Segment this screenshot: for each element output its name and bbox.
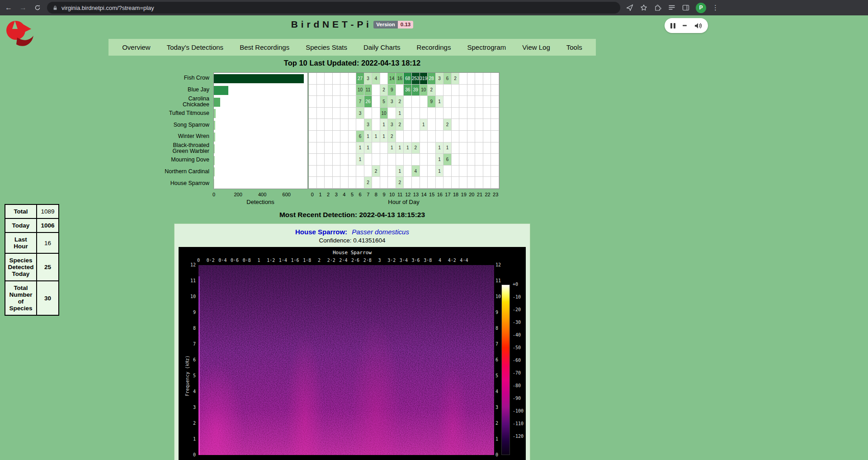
browser-reload-button[interactable] (32, 2, 43, 14)
heatmap-cell (340, 96, 349, 108)
heatmap-cell (317, 73, 325, 85)
heatmap-cell (467, 142, 476, 154)
address-bar[interactable]: virginia.birdnetpi.com/?stream=play (47, 2, 620, 14)
heatmap-cell (491, 96, 499, 108)
stats-value[interactable]: 25 (37, 253, 59, 281)
axis-tick: 23 (493, 192, 498, 197)
heatmap-cell (483, 108, 491, 119)
send-icon[interactable] (626, 4, 634, 12)
bookmark-star-icon[interactable] (640, 4, 648, 12)
time-axis-tick: 2 (318, 258, 321, 263)
freq-axis-tick: 7 (495, 341, 506, 346)
nav-item-today-s-detections[interactable]: Today's Detections (159, 43, 231, 51)
heatmap-cell (491, 177, 499, 189)
time-axis-tick: 2·4 (339, 258, 347, 263)
nav-item-best-recordings[interactable]: Best Recordings (231, 43, 297, 51)
heatmap-cell (491, 108, 499, 119)
stats-value: 1089 (37, 204, 59, 218)
stats-value[interactable]: 1006 (37, 218, 59, 232)
heatmap-cell (483, 142, 491, 154)
heatmap-cell (467, 108, 476, 119)
nav-item-daily-charts[interactable]: Daily Charts (355, 43, 409, 51)
heatmap-cell: 16 (396, 73, 404, 85)
time-axis-tick: 3·6 (412, 258, 420, 263)
species-bar (214, 156, 215, 165)
browser-forward-button[interactable]: → (17, 2, 29, 14)
heatmap-cell: 1 (396, 108, 404, 119)
heatmap-cell (349, 85, 357, 96)
heatmap-cell (491, 154, 499, 166)
heatmap-cell (404, 177, 412, 189)
detection-common-name[interactable]: House Sparrow: (295, 228, 347, 236)
nav-item-overview[interactable]: Overview (114, 43, 159, 51)
heatmap-cell (412, 131, 420, 142)
stats-row: Total1089 (5, 204, 59, 218)
time-axis-tick: 0·2 (207, 258, 215, 263)
species-label: House Sparrow (163, 177, 212, 189)
db-axis-tick: -40 (513, 332, 521, 337)
nav-item-view-log[interactable]: View Log (514, 43, 558, 51)
heatmap-cell (443, 131, 452, 142)
axis-tick: 14 (421, 192, 426, 197)
heatmap-cell (325, 108, 333, 119)
reading-list-icon[interactable] (668, 4, 676, 12)
detection-confidence: Confidence: 0.41351604 (175, 237, 530, 244)
stats-value[interactable]: 30 (37, 281, 59, 315)
heatmap-cell (443, 108, 452, 119)
heatmap-cell (356, 166, 364, 177)
detection-scientific-name[interactable]: Passer domesticus (352, 228, 409, 236)
heatmap-cell (325, 73, 333, 85)
heatmap-cell: 2 (396, 177, 404, 189)
heatmap-cell (372, 85, 380, 96)
species-bar (214, 167, 215, 176)
axis-tick: 2 (327, 192, 330, 197)
nav-item-spectrogram[interactable]: Spectrogram (459, 43, 514, 51)
time-axis-tick: 0·8 (243, 258, 251, 263)
heatmap-cell (333, 142, 341, 154)
nav-item-species-stats[interactable]: Species Stats (297, 43, 355, 51)
heatmap-cell: 1 (396, 166, 404, 177)
extensions-icon[interactable] (654, 4, 662, 12)
browser-menu-button[interactable]: ⋮ (712, 4, 719, 12)
nav-item-recordings[interactable]: Recordings (409, 43, 459, 51)
heatmap-cell: 1 (436, 154, 444, 166)
stats-value: 16 (37, 232, 59, 253)
nav-item-tools[interactable]: Tools (558, 43, 590, 51)
heatmap-cell (443, 166, 452, 177)
heatmap-cell (491, 131, 499, 142)
heatmap-cell: 1 (443, 142, 452, 154)
heatmap-cell (467, 73, 476, 85)
heatmap-cell (309, 96, 317, 108)
axis-tick: 19 (461, 192, 467, 197)
heatmap-cell: 3 (388, 96, 396, 108)
heatmap-cell (483, 177, 491, 189)
db-axis-tick: -110 (513, 421, 524, 426)
heatmap-cell (333, 96, 341, 108)
most-recent-heading: Most Recent Detection: 2022-04-13 18:15:… (0, 211, 704, 219)
species-label: Northern Cardinal (163, 166, 212, 177)
heatmap-cell: 2 (412, 142, 420, 154)
heatmap-cell (420, 108, 428, 119)
profile-avatar[interactable]: P (696, 3, 706, 13)
heatmap-cell: 14 (388, 73, 396, 85)
species-bar (214, 109, 216, 118)
time-axis-tick: 4 (439, 258, 441, 263)
axis-tick: 5 (351, 192, 354, 197)
heatmap-cell (459, 154, 467, 166)
time-axis-tick: 3·4 (400, 258, 408, 263)
heatmap-cell (356, 119, 364, 131)
side-panel-icon[interactable] (682, 4, 690, 12)
heatmap-cell: 4 (372, 73, 380, 85)
heatmap-cell (467, 154, 476, 166)
freq-axis-tick: 8 (185, 326, 196, 331)
species-label: Black-throated Green Warbler (163, 142, 212, 154)
heatmap-cell: 2 (380, 85, 388, 96)
browser-back-button[interactable]: ← (3, 2, 14, 14)
axis-tick: 3 (335, 192, 338, 197)
heatmap-cell (428, 119, 436, 131)
heatmap-cell (483, 85, 491, 96)
axis-tick: 8 (375, 192, 377, 197)
heatmap-cell: 1 (436, 142, 444, 154)
heatmap-cell: 10 (420, 85, 428, 96)
heatmap-cell (325, 166, 333, 177)
